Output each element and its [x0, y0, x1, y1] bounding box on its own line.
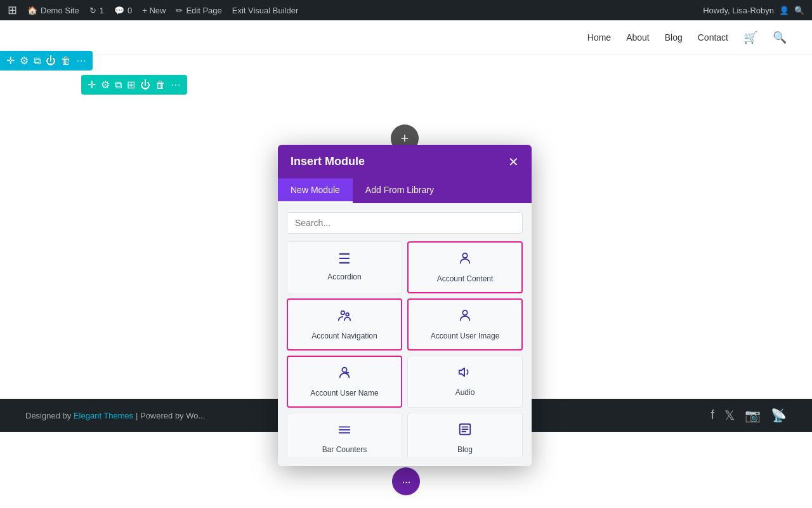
search-icon[interactable]: 🔍 [773, 30, 787, 44]
vb-toolbar-row2: ✛ ⚙ ⧉ ⊞ ⏻ 🗑 ⋯ [81, 75, 187, 95]
edit-page-button[interactable]: ✏ Edit Page [176, 6, 221, 15]
rss-icon[interactable]: 📡 [771, 408, 787, 423]
instagram-icon[interactable]: 📷 [745, 408, 761, 423]
account-content-icon [458, 251, 472, 269]
nav-home[interactable]: Home [587, 32, 611, 43]
account-navigation-label: Account Navigation [311, 331, 377, 340]
svg-point-1 [341, 311, 345, 315]
search-input[interactable] [287, 212, 523, 234]
social-links: f 𝕏 📷 📡 [710, 408, 787, 423]
account-user-name-icon [337, 366, 351, 384]
wordpress-icon[interactable]: ⊞ [8, 3, 17, 17]
account-user-name-label: Account User Name [310, 389, 378, 398]
module-account-user-image[interactable]: Account User Image [407, 298, 523, 351]
disable-icon[interactable]: ⏻ [140, 79, 150, 91]
revisions-icon: ↻ [89, 6, 96, 15]
disable-icon[interactable]: ⏻ [46, 55, 56, 67]
more-icon[interactable]: ⋯ [171, 79, 181, 91]
facebook-icon[interactable]: f [710, 408, 714, 423]
modal-tabs: New Module Add From Library [278, 178, 532, 203]
more-icon[interactable]: ⋯ [76, 55, 86, 67]
modal-close-button[interactable]: ✕ [508, 156, 519, 168]
exit-vb-button[interactable]: Exit Visual Builder [232, 6, 299, 15]
nav-about[interactable]: About [626, 32, 650, 43]
settings-icon[interactable]: ⚙ [20, 55, 29, 67]
module-account-content[interactable]: Account Content [407, 241, 523, 293]
blog-label: Blog [457, 445, 473, 454]
columns-icon[interactable]: ⊞ [127, 79, 135, 91]
clone-icon[interactable]: ⧉ [34, 55, 41, 67]
svg-point-4 [342, 368, 346, 372]
settings-icon[interactable]: ⚙ [101, 79, 110, 91]
modules-grid: ☰ Accordion Account Content [287, 241, 523, 457]
theme-link[interactable]: Elegant Themes [74, 411, 133, 420]
modal-body: ☰ Accordion Account Content [278, 203, 532, 466]
svg-marker-6 [459, 368, 464, 377]
module-accordion[interactable]: ☰ Accordion [287, 241, 402, 293]
svg-point-2 [346, 313, 349, 316]
move-icon[interactable]: ✛ [88, 79, 96, 91]
delete-icon[interactable]: 🗑 [155, 79, 166, 91]
clone-icon[interactable]: ⧉ [115, 79, 122, 91]
account-navigation-icon [337, 309, 351, 326]
move-icon[interactable]: ✛ [6, 55, 15, 67]
bar-counters-label: Bar Counters [322, 445, 367, 454]
user-avatar[interactable]: 👤 [779, 6, 789, 15]
modal-header: Insert Module ✕ [278, 145, 532, 178]
tab-new-module[interactable]: New Module [278, 178, 353, 203]
cart-icon[interactable]: 🛒 [743, 30, 757, 44]
tab-add-from-library[interactable]: Add From Library [353, 178, 447, 203]
module-blog[interactable]: Blog [407, 413, 523, 457]
nav-contact[interactable]: Contact [698, 32, 728, 43]
bar-counters-icon [337, 422, 351, 440]
new-button[interactable]: + New [142, 6, 166, 15]
account-user-image-icon [458, 309, 472, 326]
module-audio[interactable]: Audio [407, 356, 523, 408]
site-navigation: Home About Blog Contact 🛒 🔍 [0, 20, 812, 55]
accordion-icon: ☰ [338, 251, 351, 267]
comments[interactable]: 💬 0 [114, 6, 132, 15]
vb-toolbar-row1: ✛ ⚙ ⧉ ⏻ 🗑 ⋯ [0, 51, 93, 70]
search-icon[interactable]: 🔍 [794, 6, 804, 15]
more-options-button[interactable]: ··· [392, 467, 420, 495]
svg-point-0 [462, 253, 467, 258]
user-greeting: Howdy, Lisa-Robyn [703, 6, 774, 15]
comments-icon: 💬 [114, 6, 124, 15]
delete-icon[interactable]: 🗑 [61, 55, 71, 67]
audio-label: Audio [455, 388, 475, 397]
edit-icon: ✏ [176, 6, 183, 15]
module-account-navigation[interactable]: Account Navigation [287, 298, 402, 351]
blog-icon [458, 422, 472, 440]
admin-bar: ⊞ 🏠 Demo Site ↻ 1 💬 0 + New ✏ Edit Page … [0, 0, 812, 20]
site-name[interactable]: 🏠 Demo Site [27, 6, 79, 15]
svg-point-3 [462, 311, 467, 315]
accordion-label: Accordion [327, 272, 361, 281]
twitter-icon[interactable]: 𝕏 [724, 408, 735, 423]
module-account-user-name[interactable]: Account User Name [287, 356, 402, 408]
module-bar-counters[interactable]: Bar Counters [287, 413, 402, 457]
nav-blog[interactable]: Blog [665, 32, 683, 43]
audio-icon [458, 365, 472, 383]
site-icon: 🏠 [27, 6, 37, 15]
account-user-image-label: Account User Image [431, 331, 500, 340]
revisions[interactable]: ↻ 1 [89, 6, 104, 15]
account-content-label: Account Content [437, 274, 494, 283]
insert-module-modal[interactable]: Insert Module ✕ New Module Add From Libr… [278, 145, 532, 466]
footer-credit: Designed by Elegant Themes | Powered by … [25, 411, 205, 420]
modal-title: Insert Module [291, 155, 365, 168]
